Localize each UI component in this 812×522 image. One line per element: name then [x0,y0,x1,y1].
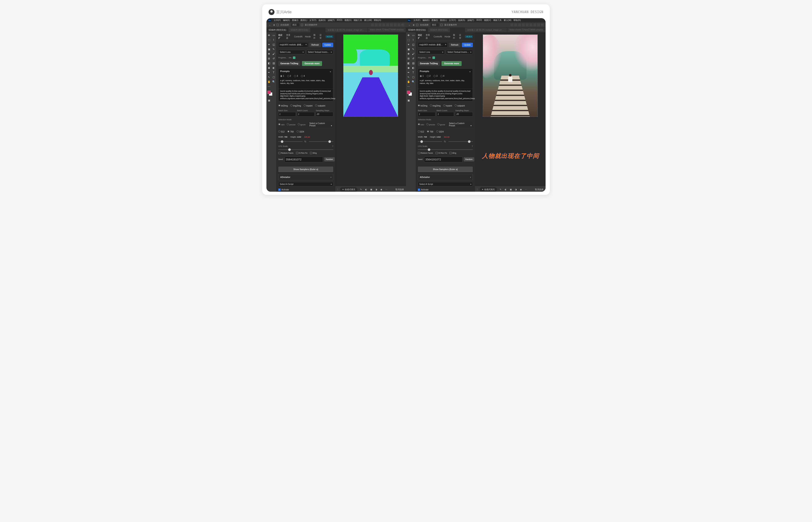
crop-tool[interactable]: ◱ [271,42,276,47]
color-swatches[interactable] [406,91,415,97]
negative-prompt-textarea[interactable]: (worst quality:2),(low quality:2),(norma… [418,88,472,101]
update-button[interactable]: Update [322,43,333,47]
prompt-radio-3[interactable]: 3 [294,75,298,77]
tab-sd-plugin-2[interactable]: SD插件·(明空汉化) [428,28,450,32]
seed-input[interactable] [424,157,462,162]
activate-check[interactable]: ✓ [418,188,420,191]
generative-fill-button[interactable]: ✦ 创成式填充 [480,187,497,192]
mode-txt2img[interactable]: txt2img [278,104,288,107]
layer-dropdown[interactable]: 图层 [431,23,439,27]
type-tool[interactable]: T [271,71,276,75]
eraser-tool[interactable]: ◧ [406,61,411,65]
cb-more-icon[interactable]: ⋯ [524,188,527,191]
show-samplers-button[interactable]: Show Samplers (Euler a) [418,166,473,172]
quick-mask[interactable]: ▣ [406,98,411,102]
frame-tool[interactable]: ▣ [267,47,271,52]
brush-tool[interactable]: 🖌 [271,52,276,56]
prompt-textarea[interactable]: a girl, scenery, outdoors, tree, river, … [418,78,472,88]
edit-toolbar[interactable]: ⋯ [406,84,411,88]
prompt-radio-4[interactable]: 4 [301,75,305,77]
model-dropdown[interactable]: majicMIX realistic 麦橘… [278,42,308,47]
eyedropper-tool[interactable]: ✎ [411,47,415,52]
ti-dropdown[interactable]: Select Textual Invers… [306,50,333,54]
cb-mask-icon[interactable]: ◐ [365,188,368,191]
tab-doc1[interactable]: 未标题-1 @ 99.2% (output_image.png, RGB/8) … [465,28,507,32]
seed-input[interactable] [285,157,323,162]
activate-check[interactable]: ✓ [278,188,281,191]
mode-outpaint[interactable]: outpaint [315,104,325,107]
canvas-photo[interactable] [483,35,538,117]
width-slider[interactable] [418,141,442,142]
link-icon[interactable]: ⇆ [444,140,447,143]
generate-more-button[interactable]: Generate more [442,61,462,66]
marquee-tool[interactable]: ⬚ [267,38,271,42]
selmode-ratio[interactable]: ratio [278,123,285,126]
cb-handle-icon[interactable]: ⦙ [337,188,338,191]
progress-check[interactable] [432,56,435,59]
quick-mask[interactable]: ▣ [267,98,271,102]
hand-tool[interactable]: ✋ [406,80,411,84]
batch-size-input[interactable] [278,112,296,117]
layer-dropdown[interactable]: 图层 [291,23,299,27]
zoom-tool[interactable]: 🔍 [411,80,415,84]
stamp-tool[interactable]: ⊞ [267,56,271,61]
tab-sd-plugin-2[interactable]: SD插件·(明空汉化) [288,28,310,32]
move-icon[interactable]: ✥ [273,24,275,26]
cb-flip-icon[interactable]: ◑ [514,188,517,191]
cb-brush-icon[interactable]: ✎ [499,188,502,191]
artboard-tool[interactable]: ▭ [411,33,415,37]
zoom-tool[interactable]: 🔍 [271,80,276,84]
random-button[interactable]: Random [324,157,335,161]
transform-check[interactable] [441,24,443,26]
crop-tool[interactable]: ◱ [411,42,415,47]
lora-dropdown[interactable]: Select Lora [278,50,305,54]
tab-stable[interactable]: 稳定扩 [278,34,284,40]
shape-tool[interactable]: ▢ [271,75,276,79]
script-dropdown[interactable]: Select A Script [418,182,473,186]
update-button[interactable]: Update [462,43,473,47]
home-icon[interactable]: ⌂ [408,23,411,27]
menubar-r[interactable]: Ps 文件(F) 编辑(E) 图像(I) 图层(L) 文字(Y) 选择(S) 滤… [406,18,545,22]
move-tool[interactable]: ✥ [406,33,411,37]
dodge-tool[interactable]: ◐ [271,66,276,70]
generate-more-button[interactable]: Generate more [302,61,322,66]
cb-curve-icon[interactable]: ◉ [519,188,522,191]
adetailer-accordion[interactable]: ADetailer‹ [278,174,333,180]
prompt-radio-1[interactable]: 1 [280,75,284,77]
brush-tool[interactable]: 🖌 [411,52,415,56]
align-icons[interactable]: ⋯ [371,23,404,26]
cb-more-icon[interactable]: ⋯ [385,188,388,191]
show-samplers-button[interactable]: Show Samplers (Euler a) [278,166,333,172]
lora-dropdown[interactable]: Select Lora [418,50,445,54]
prompt-textarea[interactable]: a girl, scenery, outdoors, tree, river, … [278,78,333,88]
auto-select-check[interactable] [416,24,418,26]
cb-handle-icon[interactable]: ⦙ [477,188,478,191]
mode-img2img[interactable]: img2img [290,104,301,107]
home-icon[interactable]: ⌂ [268,23,271,27]
menubar[interactable]: Ps 文件(F) 编辑(E) 图像(I) 图层(L) 文字(Y) 选择(S) 滤… [267,18,406,22]
selmode-ignore[interactable]: ignore [298,123,306,126]
marquee-tool[interactable]: ⬚ [406,38,411,42]
fg-color[interactable] [407,91,410,94]
gradient-tool[interactable]: ▤ [271,61,276,65]
height-slider[interactable] [309,141,333,142]
generate-button[interactable]: Generate Txt2Img [278,61,300,66]
tab-sd-plugin[interactable]: SD插件·(明空汉化) [267,28,288,32]
height-slider[interactable] [448,141,473,142]
link-icon[interactable]: ⇆ [304,140,307,143]
heal-tool[interactable]: ✚ [406,52,411,56]
dim-1024[interactable]: 1024 [297,130,304,133]
lasso-tool[interactable]: ⌇ [271,38,276,42]
type-tool[interactable]: T [411,71,415,75]
hand-tool[interactable]: ✋ [267,80,271,84]
refresh-button[interactable]: Refresh [449,43,461,47]
path-tool[interactable]: ↖ [267,75,271,79]
hires-fix-check[interactable]: Hi Res Fix [296,152,308,154]
prompt-radio-2[interactable]: 2 [287,75,291,77]
history-brush[interactable]: ↺ [271,56,276,61]
adetailer-accordion[interactable]: ADetailer‹ [418,174,473,180]
deselect-button[interactable]: 取消选择 [535,188,543,191]
preset-dropdown[interactable]: Select a Custom Preset [447,122,473,127]
pen-tool[interactable]: ✒ [267,71,271,75]
canvas-segmap[interactable] [343,35,398,117]
